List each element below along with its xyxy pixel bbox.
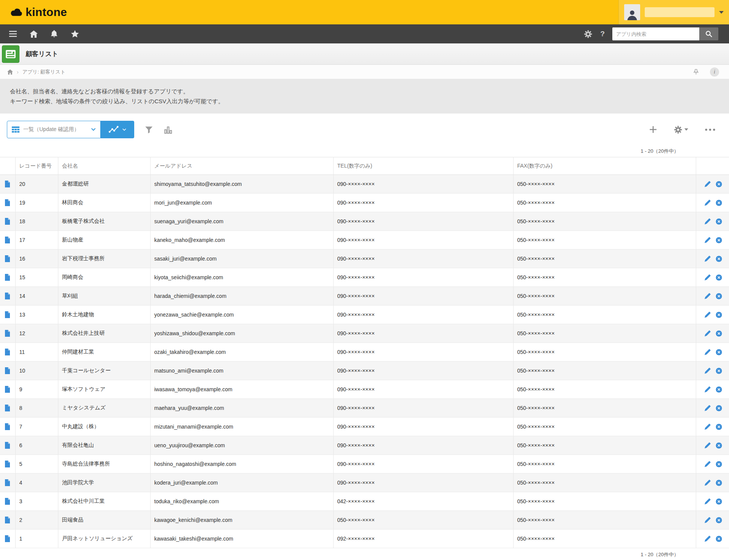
info-icon[interactable]: i <box>710 67 719 77</box>
email-cell: kaneko_maho@example.com <box>150 231 333 250</box>
edit-record-icon[interactable] <box>705 480 711 486</box>
edit-record-icon[interactable] <box>705 386 711 392</box>
delete-record-icon[interactable] <box>716 386 722 393</box>
record-document-icon[interactable] <box>5 423 10 430</box>
delete-record-icon[interactable] <box>716 218 722 225</box>
global-nav-bar: ? <box>0 24 729 43</box>
edit-record-icon[interactable] <box>705 517 711 523</box>
tel-cell: 090-××××-×××× <box>333 418 513 436</box>
record-document-icon[interactable] <box>5 405 10 411</box>
home-icon[interactable] <box>29 29 38 38</box>
delete-record-icon[interactable] <box>716 424 722 430</box>
company-cell: 岡崎商会 <box>58 268 150 287</box>
record-document-icon[interactable] <box>5 218 10 225</box>
record-document-icon[interactable] <box>5 311 10 318</box>
filter-icon[interactable] <box>145 125 153 134</box>
column-header-record-no[interactable]: レコード番号 <box>15 157 58 175</box>
delete-record-icon[interactable] <box>716 442 722 449</box>
column-header-email[interactable]: メールアドレス <box>150 157 333 175</box>
edit-record-icon[interactable] <box>705 293 711 299</box>
edit-record-icon[interactable] <box>705 181 711 187</box>
record-document-icon[interactable] <box>5 498 10 505</box>
delete-record-icon[interactable] <box>716 293 722 299</box>
delete-record-icon[interactable] <box>716 536 722 542</box>
company-cell: 株式会社中川工業 <box>58 492 150 511</box>
delete-record-icon[interactable] <box>716 181 722 187</box>
graph-view-button[interactable] <box>101 121 134 138</box>
table-row: 13 鈴木土地建物 yonezawa_sachie@example.com 09… <box>0 306 729 324</box>
delete-record-icon[interactable] <box>716 498 722 505</box>
fax-cell: 050-××××-×××× <box>513 194 696 212</box>
record-document-icon[interactable] <box>5 479 10 486</box>
edit-record-icon[interactable] <box>705 461 711 467</box>
pin-icon[interactable] <box>693 69 699 75</box>
record-document-icon[interactable] <box>5 442 10 449</box>
record-document-icon[interactable] <box>5 367 10 374</box>
user-menu[interactable] <box>618 0 729 24</box>
edit-record-icon[interactable] <box>705 424 711 430</box>
record-document-icon[interactable] <box>5 386 10 393</box>
delete-record-icon[interactable] <box>716 330 722 337</box>
edit-record-icon[interactable] <box>705 349 711 355</box>
record-icon-cell <box>0 380 15 399</box>
list-settings-gear[interactable] <box>674 126 688 134</box>
delete-record-icon[interactable] <box>716 517 722 523</box>
record-document-icon[interactable] <box>5 330 10 337</box>
more-options-icon[interactable] <box>705 128 715 131</box>
delete-record-icon[interactable] <box>716 480 722 486</box>
delete-record-icon[interactable] <box>716 349 722 355</box>
email-cell: ozaki_takahiro@example.com <box>150 343 333 362</box>
record-document-icon[interactable] <box>5 181 10 187</box>
chart-icon[interactable] <box>164 125 172 134</box>
app-search-input[interactable] <box>612 27 699 40</box>
view-selector-dropdown[interactable]: 一覧（Update 確認用） <box>7 121 101 138</box>
delete-record-icon[interactable] <box>716 256 722 262</box>
edit-record-icon[interactable] <box>705 256 711 262</box>
add-record-plus-icon[interactable] <box>649 125 657 134</box>
edit-record-icon[interactable] <box>705 312 711 318</box>
favorites-star-icon[interactable] <box>70 29 79 38</box>
delete-record-icon[interactable] <box>716 368 722 374</box>
delete-record-icon[interactable] <box>716 312 722 318</box>
hamburger-menu-icon[interactable] <box>8 29 18 38</box>
table-row: 10 千葉コールセンター matsuno_ami@example.com 090… <box>0 362 729 380</box>
record-document-icon[interactable] <box>5 535 10 542</box>
delete-record-icon[interactable] <box>716 200 722 206</box>
edit-record-icon[interactable] <box>705 536 711 542</box>
kintone-logo[interactable]: kintone <box>10 6 67 19</box>
delete-record-icon[interactable] <box>716 237 722 243</box>
breadcrumb-home-icon[interactable] <box>7 69 13 75</box>
record-document-icon[interactable] <box>5 517 10 523</box>
edit-record-icon[interactable] <box>705 442 711 448</box>
edit-record-icon[interactable] <box>705 498 711 504</box>
edit-record-icon[interactable] <box>705 218 711 224</box>
record-document-icon[interactable] <box>5 255 10 262</box>
row-actions-cell <box>696 175 729 194</box>
record-document-icon[interactable] <box>5 237 10 243</box>
delete-record-icon[interactable] <box>716 461 722 467</box>
edit-record-icon[interactable] <box>705 405 711 411</box>
company-cell: 仲間建材工業 <box>58 343 150 362</box>
delete-record-icon[interactable] <box>716 274 722 281</box>
record-document-icon[interactable] <box>5 293 10 299</box>
record-document-icon[interactable] <box>5 349 10 355</box>
column-header-tel[interactable]: TEL(数字のみ) <box>333 157 513 175</box>
edit-record-icon[interactable] <box>705 237 711 243</box>
notifications-bell-icon[interactable] <box>50 29 59 38</box>
edit-record-icon[interactable] <box>705 200 711 206</box>
record-document-icon[interactable] <box>5 199 10 206</box>
tel-cell: 090-××××-×××× <box>333 399 513 418</box>
column-header-company[interactable]: 会社名 <box>58 157 150 175</box>
settings-gear-icon[interactable] <box>583 29 593 38</box>
row-actions-cell <box>696 362 729 380</box>
edit-record-icon[interactable] <box>705 368 711 374</box>
record-document-icon[interactable] <box>5 461 10 467</box>
search-button[interactable] <box>699 27 718 40</box>
help-icon[interactable]: ? <box>600 30 605 38</box>
edit-record-icon[interactable] <box>705 274 711 280</box>
delete-record-icon[interactable] <box>716 405 722 411</box>
breadcrumb-app-link[interactable]: アプリ: 顧客リスト <box>22 69 66 75</box>
edit-record-icon[interactable] <box>705 330 711 336</box>
record-document-icon[interactable] <box>5 274 10 281</box>
column-header-fax[interactable]: FAX(数字のみ) <box>513 157 696 175</box>
